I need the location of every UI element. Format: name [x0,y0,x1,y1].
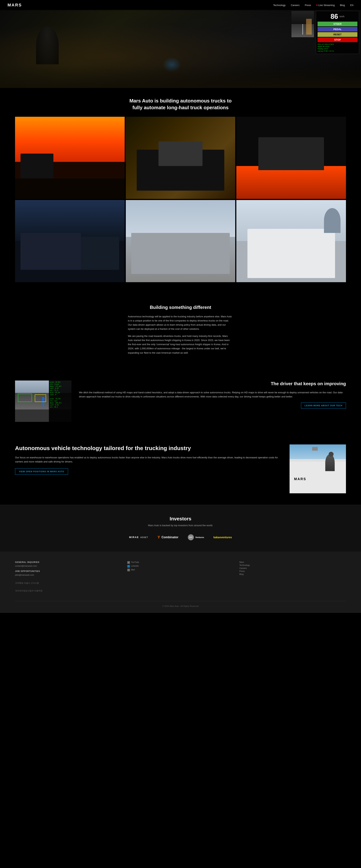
logo[interactable]: MARS [7,3,22,7]
ycombinator-text: Combinator [161,536,178,539]
av-truck-image: MARS [290,444,346,493]
gff-circle-icon: GFF [188,534,194,540]
truck-image-1 [15,117,125,199]
dashboard-glow [0,65,361,88]
code-panel: pred: [0.92] cls: truck bbox: [12,45] co… [49,380,71,422]
korean-link-2[interactable]: 개인위치정보사업자 이용약관 [15,589,122,593]
nav-links: Technology Careers Press Live Streaming … [273,4,354,7]
driver-visualization: pred: [0.92] cls: truck bbox: [12,45] co… [15,380,71,422]
hud-panel: 86 km/h STEER PEDAL RESET STOP GPS: 127.… [316,11,359,54]
building-para1: Autonomous technology will be applied to… [128,314,233,331]
kakao-ventures-logo: kakaoventures [213,536,232,539]
driver-section: pred: [0.92] cls: truck bbox: [12,45] co… [0,369,361,433]
ycombinator-logo: Y Combinator [157,535,178,539]
general-inquiries-label: GENERAL INQUIRIES [15,561,122,563]
hud-reset-button[interactable]: RESET [318,32,357,37]
driver-silhouette [36,27,59,64]
mirae-asset-logo: MIRAE ASSET [129,536,148,538]
driver-para: We ditch the traditional method of using… [79,391,346,399]
footer-link-technology[interactable]: Technology [239,564,346,566]
nav-live-streaming[interactable]: Live Streaming [316,4,335,7]
navbar: MARS Technology Careers Press Live Strea… [0,0,361,10]
footer-linkedin[interactable]: in LinkedIn [127,565,234,568]
av-heading: Autonomous vehicle technology tailored f… [15,444,282,452]
live-indicator [316,4,318,6]
mirae-asset-text: ASSET [141,536,148,538]
av-content: Autonomous vehicle technology tailored f… [15,444,282,475]
truck-image-3 [236,117,346,199]
building-section: Building something different Autonomous … [0,293,361,369]
truck-image-grid [0,117,361,293]
truck-image-4 [15,200,125,282]
hud-unit: km/h [339,15,344,18]
job-email[interactable]: jobs@marsauto.com [15,574,122,576]
footer-korean: 규제특례 의결서 고지사항 개인위치정보사업자 이용약관 [15,581,122,593]
nav-technology[interactable]: Technology [273,4,285,7]
intro-section: Mars Auto is building autonomous trucks … [0,88,361,117]
driver-viz-container: pred: [0.92] cls: truck bbox: [12,45] co… [15,380,71,422]
nav-press[interactable]: Press [305,4,311,7]
korean-link-1[interactable]: 규제특례 의결서 고지사항 [15,581,122,585]
y-icon: Y [157,535,160,539]
footer: GENERAL INQUIRIES contact@marsauto.com J… [0,552,361,613]
investors-section: Investors Mars Auto is backed by top inv… [0,505,361,552]
footer-grid: GENERAL INQUIRIES contact@marsauto.com J… [15,561,346,594]
driver-heading: The driver that keeps on improving [79,380,346,387]
footer-mail[interactable]: ✉ Mail [127,568,234,571]
youtube-icon: ▶ [127,561,130,564]
footer-nav-col: Mars Technology Careers Press Blog [239,561,346,594]
footer-link-blog[interactable]: Blog [239,573,346,575]
truck-image-6 [236,200,346,282]
hud-road-view [292,11,314,37]
footer-copyright: © 2024 Mars Auto · All Rights Reserved [15,601,346,607]
nav-careers[interactable]: Careers [291,4,300,7]
gff-ventures-logo: GFF Ventures [188,534,204,540]
footer-contact-col: GENERAL INQUIRIES contact@marsauto.com J… [15,561,122,594]
building-heading: Building something different [150,305,211,310]
view-positions-button[interactable]: VIEW OPEN POSITIONS IN MARS AUTO [15,468,68,475]
investors-logos: MIRAE ASSET Y Combinator GFF Ventures ka… [15,534,346,540]
footer-link-mars[interactable]: Mars [239,561,346,563]
hud-stop-button[interactable]: STOP [318,37,357,42]
footer-social-col: ▶ YouTube in LinkedIn ✉ Mail [127,561,234,594]
intro-heading: Mars Auto is building autonomous trucks … [128,97,233,111]
building-para2: We are paving the road towards driverles… [128,334,233,355]
nav-blog[interactable]: Blog [340,4,345,7]
hud-speed: 86 [331,12,338,21]
footer-link-careers[interactable]: Careers [239,567,346,569]
investors-heading: Investors [15,516,346,522]
linkedin-icon: in [127,565,130,567]
footer-youtube[interactable]: ▶ YouTube [127,561,234,564]
mars-truck-logo: MARS [294,477,306,481]
hud-pedal-button[interactable]: PEDAL [318,27,357,32]
mirae-text: MIRAE [129,536,139,538]
job-opportunities-label: JOB OPPORTUNITIES [15,570,122,572]
language-selector[interactable]: EN [350,4,354,7]
truck-image-5 [126,200,235,282]
investors-subtitle: Mars Auto is backed by top investors fro… [15,524,346,527]
hud-steer-button[interactable]: STEER [318,22,357,26]
av-image-container: MARS [290,444,346,493]
hero-section: 86 km/h STEER PEDAL RESET STOP GPS: 127.… [0,9,361,88]
driver-content: The driver that keeps on improving We di… [79,380,346,409]
mail-icon: ✉ [127,569,130,571]
footer-link-press[interactable]: Press [239,570,346,572]
gff-text: Ventures [195,536,204,538]
av-section: Autonomous vehicle technology tailored f… [0,433,361,505]
av-para: Our focus on warehouse to warehouse oper… [15,456,282,464]
hero-background: 86 km/h STEER PEDAL RESET STOP GPS: 127.… [0,9,361,88]
general-email[interactable]: contact@marsauto.com [15,565,122,567]
truck-image-2 [126,117,235,199]
kakao-text: kakaoventures [213,536,232,539]
learn-more-button[interactable]: LEARN MORE ABOUT OUR TECH [301,403,346,408]
